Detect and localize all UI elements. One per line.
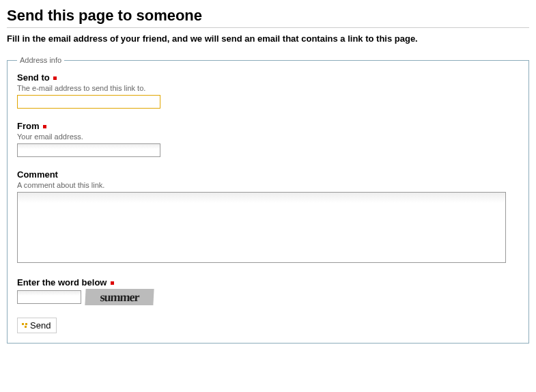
comment-group: Comment A comment about this link. bbox=[17, 169, 519, 265]
comment-label-text: Comment bbox=[17, 169, 58, 180]
send-to-label: Send to bbox=[17, 72, 519, 83]
send-to-label-text: Send to bbox=[17, 72, 50, 83]
send-button[interactable]: Send bbox=[17, 318, 57, 333]
captcha-image: summer bbox=[85, 289, 154, 305]
from-help: Your email address. bbox=[17, 132, 519, 141]
required-marker-icon bbox=[111, 281, 114, 285]
captcha-input[interactable] bbox=[17, 290, 81, 304]
comment-label: Comment bbox=[17, 169, 519, 180]
address-info-fieldset: Address info Send to The e-mail address … bbox=[7, 56, 529, 344]
captcha-label-text: Enter the word below bbox=[17, 277, 107, 288]
captcha-group: Enter the word below summer bbox=[17, 277, 519, 305]
required-marker-icon bbox=[53, 76, 57, 80]
send-to-group: Send to The e-mail address to send this … bbox=[17, 72, 519, 109]
page-title: Send this page to someone bbox=[7, 7, 529, 28]
from-label-text: From bbox=[17, 121, 40, 131]
send-to-help: The e-mail address to send this link to. bbox=[17, 84, 519, 92]
required-marker-icon bbox=[43, 125, 46, 128]
from-label: From bbox=[17, 121, 519, 131]
comment-textarea[interactable] bbox=[17, 192, 506, 263]
from-group: From Your email address. bbox=[17, 121, 519, 157]
form-instructions: Fill in the email address of your friend… bbox=[7, 33, 529, 44]
captcha-label: Enter the word below bbox=[17, 277, 519, 288]
comment-help: A comment about this link. bbox=[17, 181, 519, 189]
send-button-label: Send bbox=[30, 320, 51, 331]
send-to-input[interactable] bbox=[17, 95, 160, 109]
from-input[interactable] bbox=[17, 143, 160, 157]
send-icon bbox=[22, 323, 27, 328]
fieldset-legend: Address info bbox=[17, 56, 64, 64]
